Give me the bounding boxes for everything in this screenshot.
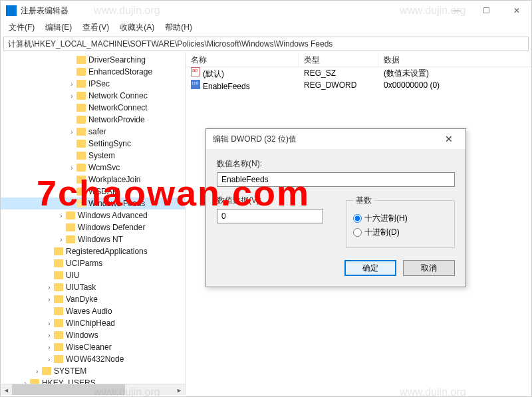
tree-item[interactable]: UIU xyxy=(1,269,185,281)
menu-help[interactable]: 帮助(H) xyxy=(160,21,198,35)
tree-item[interactable]: ›Windows xyxy=(1,329,185,341)
value-type: REG_SZ xyxy=(299,68,378,78)
folder-icon xyxy=(54,295,63,303)
folder-icon xyxy=(54,259,63,267)
close-button[interactable]: ✕ xyxy=(501,1,531,21)
dialog-close-button[interactable]: ✕ xyxy=(439,134,459,144)
folder-icon xyxy=(54,307,63,315)
tree-item[interactable]: ›Windows NT xyxy=(1,233,185,245)
tree-item-label: Windows Defender xyxy=(78,223,145,232)
value-data-label: 数值数据(V): xyxy=(217,195,326,206)
tree-item[interactable]: ›SYSTEM xyxy=(1,365,185,377)
menu-favorites[interactable]: 收藏夹(A) xyxy=(114,21,160,35)
ok-button[interactable]: 确定 xyxy=(344,260,396,276)
expander-icon[interactable]: › xyxy=(33,368,42,375)
minimize-button[interactable]: — xyxy=(442,1,471,21)
base-legend: 基数 xyxy=(353,195,374,206)
expander-icon[interactable]: › xyxy=(67,92,76,100)
column-header-data[interactable]: 数据 xyxy=(378,53,531,66)
address-bar[interactable]: 计算机\HKEY_LOCAL_MACHINE\SOFTWARE\Policies… xyxy=(3,37,529,51)
folder-icon xyxy=(76,56,86,64)
value-data-input[interactable] xyxy=(217,209,323,223)
folder-icon xyxy=(66,211,75,219)
expander-icon[interactable]: › xyxy=(57,212,66,219)
expander-icon[interactable]: › xyxy=(45,356,54,363)
folder-icon xyxy=(54,355,63,363)
value-data: 0x00000000 (0) xyxy=(378,80,531,90)
tree-item[interactable]: DriverSearching xyxy=(1,54,185,66)
expander-icon[interactable]: › xyxy=(45,332,54,339)
column-header-name[interactable]: 名称 xyxy=(186,53,299,66)
folder-icon xyxy=(54,283,63,291)
expander-icon[interactable]: › xyxy=(45,320,54,327)
folder-icon xyxy=(54,271,63,279)
radix-hex-label: 十六进制(H) xyxy=(364,213,408,224)
menu-file[interactable]: 文件(F) xyxy=(3,21,40,35)
value-name-input[interactable] xyxy=(217,172,455,187)
list-row[interactable]: (默认)REG_SZ(数值未设置) xyxy=(186,67,531,79)
folder-icon xyxy=(76,199,86,207)
scroll-thumb[interactable] xyxy=(12,384,125,395)
tree-item-label: Windows xyxy=(66,331,98,340)
tree-item[interactable]: ›WcmSvc xyxy=(1,162,185,174)
tree-item[interactable]: Windows Defender xyxy=(1,221,185,233)
tree-item[interactable]: WorkplaceJoin xyxy=(1,174,185,186)
tree-item[interactable]: ›UIUTask xyxy=(1,281,185,293)
string-value-icon xyxy=(191,67,200,76)
list-row[interactable]: EnableFeedsREG_DWORD0x00000000 (0) xyxy=(186,79,531,91)
tree-item[interactable]: Windows Feeds xyxy=(1,198,185,209)
column-header-type[interactable]: 类型 xyxy=(299,53,378,66)
tree-item[interactable]: ›WOW6432Node xyxy=(1,353,185,365)
expander-icon[interactable]: › xyxy=(67,128,76,136)
tree-item[interactable]: NetworkConnect xyxy=(1,102,185,114)
folder-icon xyxy=(76,104,86,112)
menu-view[interactable]: 查看(V) xyxy=(77,21,114,35)
cancel-button[interactable]: 取消 xyxy=(403,260,455,276)
tree-item-label: WOW6432Node xyxy=(66,354,124,364)
radix-dec-radio[interactable] xyxy=(353,228,362,237)
tree-item-label: WorkplaceJoin xyxy=(88,175,140,184)
base-fieldset: 基数 十六进制(H) 十进制(D) xyxy=(346,195,455,248)
expander-icon[interactable]: › xyxy=(45,344,54,351)
maximize-button[interactable]: ☐ xyxy=(471,1,501,21)
scroll-right-button[interactable]: ► xyxy=(174,384,185,395)
tree-item-label: WinChipHead xyxy=(66,319,115,328)
tree-item[interactable]: WSDAPI xyxy=(1,186,185,198)
tree-item[interactable]: ›VanDyke xyxy=(1,293,185,305)
tree-item[interactable]: SettingSync xyxy=(1,138,185,150)
tree-item[interactable]: ›IPSec xyxy=(1,78,185,90)
tree-item-label: Waves Audio xyxy=(66,307,112,316)
tree-item[interactable]: ›WiseCleaner xyxy=(1,341,185,353)
expander-icon[interactable]: › xyxy=(45,296,54,303)
tree-item-label: WcmSvc xyxy=(88,163,120,172)
tree-item[interactable]: ›Network Connec xyxy=(1,90,185,102)
value-data: (数值未设置) xyxy=(378,68,531,79)
app-icon xyxy=(6,5,17,16)
expander-icon[interactable]: › xyxy=(45,284,54,291)
tree-pane: DriverSearchingEnhancedStorage›IPSec›Net… xyxy=(1,53,186,395)
folder-icon xyxy=(76,80,86,88)
expander-icon[interactable]: › xyxy=(67,80,76,88)
tree-item[interactable]: System xyxy=(1,150,185,162)
scroll-left-button[interactable]: ◄ xyxy=(1,384,12,395)
menu-edit[interactable]: 编辑(E) xyxy=(40,21,77,35)
tree-item[interactable]: EnhancedStorage xyxy=(1,66,185,78)
folder-icon xyxy=(42,367,51,375)
tree-item[interactable]: Waves Audio xyxy=(1,305,185,317)
radix-dec-label: 十进制(D) xyxy=(364,227,400,238)
folder-icon xyxy=(54,319,63,327)
tree-item[interactable]: ›safer xyxy=(1,126,185,138)
tree-item[interactable]: RegisteredApplications xyxy=(1,245,185,257)
expander-icon[interactable]: › xyxy=(57,236,66,243)
tree-horizontal-scrollbar[interactable]: ◄ ► xyxy=(1,384,185,395)
tree-item[interactable]: ›Windows Advanced xyxy=(1,209,185,221)
tree-item[interactable]: ›WinChipHead xyxy=(1,317,185,329)
folder-icon xyxy=(76,164,86,172)
tree-item[interactable]: UCIParms xyxy=(1,257,185,269)
folder-icon xyxy=(76,68,86,76)
expander-icon[interactable]: › xyxy=(67,164,76,172)
radix-hex-radio[interactable] xyxy=(353,214,362,223)
tree-item[interactable]: NetworkProvide xyxy=(1,114,185,126)
folder-icon xyxy=(76,188,86,196)
dword-value-icon xyxy=(191,80,200,89)
